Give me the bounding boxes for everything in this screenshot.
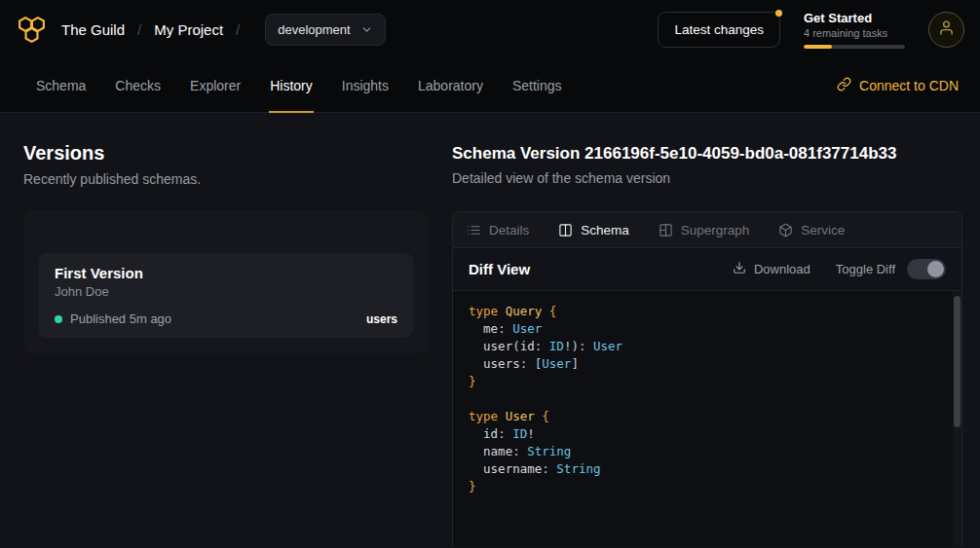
code-line: me: User	[469, 320, 946, 338]
version-list-item[interactable]: First Version John Doe Published 5m ago …	[39, 253, 413, 338]
get-started-progress-fill	[804, 45, 832, 49]
toggle-diff-label: Toggle Diff	[836, 262, 895, 276]
supergraph-grid-icon	[659, 223, 673, 237]
chevron-down-icon	[360, 23, 373, 36]
environment-selector[interactable]: development	[265, 14, 385, 46]
latest-changes-button[interactable]: Latest changes	[658, 12, 780, 48]
download-button[interactable]: Download	[733, 261, 810, 277]
environment-selector-value: development	[278, 22, 350, 37]
versions-section: Versions Recently published schemas. Fir…	[23, 113, 429, 548]
code-line: user(id: ID!): User	[469, 338, 946, 355]
connect-to-cdn-label: Connect to CDN	[859, 78, 959, 93]
version-meta-row: Published 5m ago users	[55, 311, 397, 326]
nav-tab-laboratory[interactable]: Laboratory	[417, 58, 484, 113]
main-content: Versions Recently published schemas. Fir…	[0, 113, 980, 548]
detail-tab-label: Details	[489, 223, 529, 237]
code-scrollbar-thumb[interactable]	[954, 296, 961, 427]
detail-tab-service[interactable]: Service	[778, 223, 845, 237]
user-avatar-icon	[938, 19, 955, 40]
app-header: The Guild / My Project / development Lat…	[0, 0, 980, 58]
detail-tab-label: Schema	[581, 223, 629, 237]
code-line: type Query {	[469, 303, 946, 320]
link-icon	[837, 77, 851, 94]
nav-tab-schema[interactable]: Schema	[35, 58, 87, 113]
code-line: username: String	[469, 460, 946, 478]
nav-tab-history[interactable]: History	[269, 58, 314, 113]
toggle-diff-control: Toggle Diff	[836, 259, 946, 279]
schema-code-area: type Query { me: User user(id: ID!): Use…	[453, 291, 961, 547]
code-line: name: String	[469, 443, 946, 460]
versions-list-card: First Version John Doe Published 5m ago …	[23, 210, 429, 353]
breadcrumb-separator: /	[137, 21, 141, 38]
version-name: First Version	[55, 265, 397, 281]
versions-subtitle: Recently published schemas.	[23, 171, 429, 187]
detail-tab-label: Service	[801, 223, 845, 237]
nav-tab-insights[interactable]: Insights	[341, 58, 390, 113]
version-detail-title: Schema Version 2166196f-5e10-4059-bd0a-0…	[452, 144, 962, 164]
version-status: Published 5m ago	[70, 311, 171, 326]
diff-view-actions: Download Toggle Diff	[733, 259, 946, 279]
detail-tab-schema[interactable]: Schema	[558, 223, 629, 237]
version-detail-section: Schema Version 2166196f-5e10-4059-bd0a-0…	[452, 113, 962, 548]
user-avatar[interactable]	[928, 12, 964, 48]
nav-tab-settings[interactable]: Settings	[511, 58, 563, 113]
breadcrumb-project[interactable]: My Project	[154, 21, 223, 38]
code-line: users: [User]	[469, 355, 946, 373]
get-started-title: Get Started	[804, 11, 905, 25]
breadcrumb-org[interactable]: The Guild	[61, 21, 125, 38]
diff-view-bar: Diff View Download Toggle Diff	[453, 248, 961, 291]
code-line: id: ID!	[469, 425, 946, 443]
nav-tabs: SchemaChecksExplorerHistoryInsightsLabor…	[21, 58, 577, 113]
detail-tab-label: Supergraph	[681, 223, 750, 237]
download-icon	[733, 261, 746, 277]
detail-tab-supergraph[interactable]: Supergraph	[659, 223, 750, 237]
download-label: Download	[754, 262, 810, 276]
notification-dot	[775, 10, 782, 17]
code-block[interactable]: type Query { me: User user(id: ID!): Use…	[453, 291, 961, 507]
version-author: John Doe	[55, 284, 397, 299]
get-started-progress-track	[804, 45, 905, 49]
main-nav: SchemaChecksExplorerHistoryInsightsLabor…	[0, 58, 980, 113]
version-detail-panel: DetailsSchemaSupergraphService Diff View…	[452, 211, 962, 547]
versions-title: Versions	[23, 142, 429, 164]
get-started-subtitle: 4 remaining tasks	[804, 27, 905, 39]
code-line: }	[469, 373, 946, 390]
diff-view-title: Diff View	[469, 261, 530, 277]
list-icon	[467, 223, 481, 237]
toggle-knob	[927, 261, 944, 277]
toggle-diff-switch[interactable]	[907, 259, 946, 279]
code-line: type User {	[469, 408, 946, 425]
version-detail-subtitle: Detailed view of the schema version	[452, 170, 962, 186]
version-service-badge: users	[366, 312, 397, 326]
header-actions: Latest changes Get Started 4 remaining t…	[658, 11, 964, 49]
code-line	[469, 390, 946, 408]
detail-tabs: DetailsSchemaSupergraphService	[453, 212, 961, 248]
breadcrumb-separator: /	[236, 21, 240, 38]
code-scrollbar[interactable]	[953, 291, 961, 547]
nav-tab-explorer[interactable]: Explorer	[189, 58, 242, 113]
published-status-dot	[55, 315, 62, 323]
nav-tab-checks[interactable]: Checks	[114, 58, 162, 113]
guild-logo-icon[interactable]	[16, 14, 48, 46]
service-box-icon	[778, 223, 793, 237]
get-started-widget[interactable]: Get Started 4 remaining tasks	[804, 11, 905, 49]
schema-grid-icon	[558, 223, 573, 237]
breadcrumb: The Guild / My Project / development	[16, 14, 386, 46]
latest-changes-label: Latest changes	[674, 22, 764, 37]
detail-tab-details[interactable]: Details	[467, 223, 529, 237]
code-line: }	[469, 478, 946, 495]
connect-to-cdn-link[interactable]: Connect to CDN	[837, 77, 959, 94]
